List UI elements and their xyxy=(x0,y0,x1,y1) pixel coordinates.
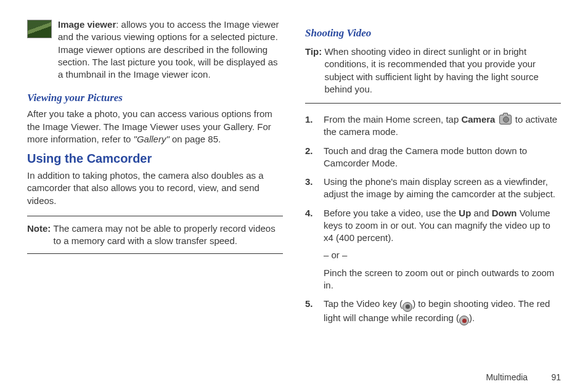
steps-list: 1. From the main Home screen, tap Camera… xyxy=(305,113,561,325)
page-columns: Image viewer: allows you to access the I… xyxy=(27,18,561,357)
page-footer: Multimedia 91 xyxy=(486,372,561,382)
step-4: 4. Before you take a video, use the Up a… xyxy=(305,207,561,292)
tip-label: Tip: xyxy=(305,46,324,96)
note-text: The camera may not be able to properly r… xyxy=(54,223,284,248)
page-number: 91 xyxy=(542,372,561,382)
recording-icon xyxy=(459,316,469,325)
footer-section: Multimedia xyxy=(486,372,528,382)
viewing-pictures-paragraph: After you take a photo, you can access v… xyxy=(27,108,283,145)
step-1: 1. From the main Home screen, tap Camera… xyxy=(305,113,561,139)
using-camcorder-heading: Using the Camcorder xyxy=(27,152,283,166)
tip-block: Tip: When shooting video in direct sunli… xyxy=(305,43,561,104)
right-column: Shooting Video Tip: When shooting video … xyxy=(305,18,561,357)
step-2: 2. Touch and drag the Camera mode button… xyxy=(305,145,561,170)
note-block: Note: The camera may not be able to prop… xyxy=(27,216,283,255)
step-4-pinch: Pinch the screen to zoom out or pinch ou… xyxy=(324,267,561,292)
step-4-or: – or – xyxy=(324,249,561,261)
viewing-pictures-heading: Viewing your Pictures xyxy=(27,92,283,104)
image-viewer-thumbnail-icon xyxy=(27,20,52,38)
step-3: 3. Using the phone's main display screen… xyxy=(305,176,561,201)
image-viewer-feature: Image viewer: allows you to access the I… xyxy=(27,18,283,81)
note-label: Note: xyxy=(27,223,54,248)
camera-icon xyxy=(499,115,512,125)
record-icon xyxy=(402,302,412,312)
image-viewer-description: Image viewer: allows you to access the I… xyxy=(58,18,283,81)
step-5: 5. Tap the Video key () to begin shootin… xyxy=(305,298,561,325)
camcorder-paragraph: In addition to taking photos, the camera… xyxy=(27,169,283,207)
feature-title: Image viewer xyxy=(58,19,116,30)
shooting-video-heading: Shooting Video xyxy=(305,27,561,39)
tip-text: When shooting video in direct sunlight o… xyxy=(324,46,561,96)
left-column: Image viewer: allows you to access the I… xyxy=(27,18,283,357)
gallery-reference: "Gallery" xyxy=(134,134,172,144)
